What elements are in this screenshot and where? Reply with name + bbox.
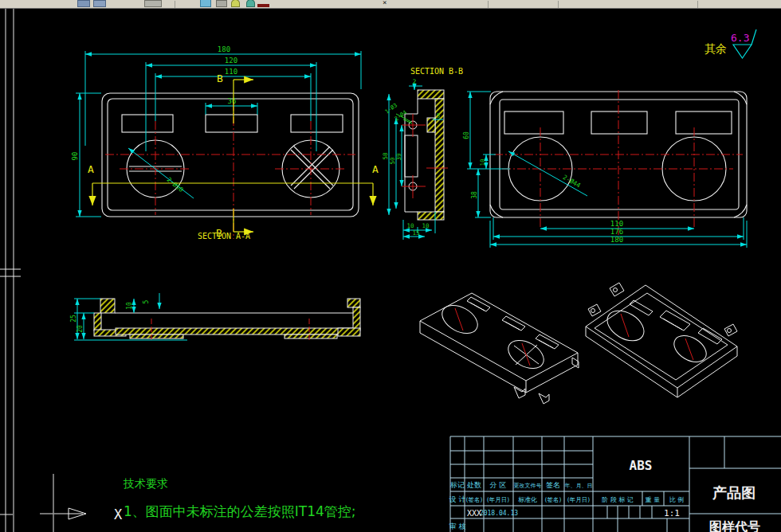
toolbar-separator	[558, 1, 559, 8]
toolbar-icon-fragment-print[interactable]	[144, 0, 162, 7]
tb-material: ABS	[630, 458, 653, 473]
toolbar-icon-fragment-tool[interactable]	[216, 0, 227, 7]
ucs-x-label: X	[114, 507, 123, 522]
dim-180: 180	[218, 45, 230, 53]
dim-120: 120	[225, 57, 237, 65]
tb-label-sign: 签名	[546, 481, 560, 489]
toolbar-icon-fragment-color-bar[interactable]	[257, 4, 269, 7]
tb-label-date-p: (年月日)	[487, 496, 509, 503]
tb-label-sign-p2: (签名)	[545, 496, 562, 503]
tb-label-sign-p: (签名)	[466, 496, 483, 503]
dim-58: 58	[382, 152, 389, 160]
dim-5-side: 5	[143, 299, 150, 303]
toolbar-icon-fragment-diamond[interactable]	[200, 0, 211, 7]
tb-product-name: 产品图	[712, 484, 755, 501]
dim-60-back: 60	[463, 131, 470, 139]
toolbar-separator	[175, 1, 175, 8]
dim-39: 39	[395, 153, 402, 160]
dim-10-side: 10	[126, 302, 133, 310]
section-bb-caption: SECTION B-B	[410, 67, 463, 76]
dim-5: 5	[437, 112, 441, 119]
toolbar-icon-fragment-sphere-teal[interactable]	[246, 0, 255, 7]
toolbar-icon-fragment-save[interactable]	[93, 0, 106, 7]
tb-label-date-p2: (年月日)	[567, 496, 590, 503]
section-marker-a-right: A	[372, 163, 379, 175]
toolbar-icon-fragment-open[interactable]	[77, 0, 90, 7]
tech-req-title: 技术要求	[123, 477, 168, 490]
dim-2: 2	[413, 78, 417, 85]
toolbar-close-icon[interactable]: ×	[383, 0, 387, 6]
tb-label-scale: 比 例	[669, 496, 685, 503]
dim-10-back: 10	[479, 158, 486, 166]
tb-label-zone: 分 区	[490, 481, 507, 489]
dim-90: 90	[71, 152, 79, 161]
dim-180-back: 180	[610, 236, 623, 244]
tb-label-stage: 阶 段 标 记	[602, 496, 634, 503]
model-space-background[interactable]	[0, 8, 781, 532]
dim-10a: 10	[406, 222, 414, 229]
roughness-prefix-label: 其余	[704, 42, 727, 55]
tb-label-change-doc: 更改文件号	[514, 482, 542, 489]
section-marker-b-top: B	[217, 72, 223, 84]
dim-15: 15	[412, 229, 419, 237]
dim-110: 110	[225, 68, 237, 76]
tb-value-designer: XXX	[467, 509, 481, 518]
tb-scale-value: 1:1	[664, 508, 680, 518]
toolbar-separator	[488, 1, 489, 8]
dim-36: 36	[228, 97, 237, 105]
dim-25-side: 25	[70, 315, 77, 323]
roughness-value: 6.3	[731, 32, 749, 44]
dim-176-back: 176	[610, 228, 623, 236]
tb-label-design: 设 计	[449, 495, 466, 503]
dim-20-side: 20	[77, 325, 84, 333]
tech-req-item-1: 1、图面中未标注的公差按照IT14管控;	[124, 503, 356, 519]
dim-38-back: 38	[471, 191, 478, 199]
tb-label-count: 处数	[466, 481, 481, 489]
tb-value-date: 2018.04.13	[480, 510, 518, 517]
tb-label-date: 年、月、日	[565, 483, 593, 489]
dim-10b: 10	[422, 222, 430, 229]
drawing-canvas[interactable]: 其余 6.3	[0, 0, 781, 532]
cad-application-window: × 其余 6.3	[0, 0, 781, 532]
tb-label-standardize: 标准化	[518, 496, 537, 503]
tb-label-audit: 审 核	[449, 522, 466, 530]
toolbar-icon-fragment-sphere-yellow[interactable]	[231, 0, 240, 7]
tb-code-label: 图样代号	[709, 519, 760, 532]
tb-label-weight: 重 量	[645, 496, 661, 503]
tb-label-mark: 标记	[449, 481, 465, 489]
dim-110-back: 110	[610, 220, 623, 228]
toolbar-separator	[697, 1, 698, 8]
toolbar: ×	[0, 0, 781, 9]
section-aa-caption: SECTION A-A	[198, 232, 250, 241]
section-marker-a-left: A	[88, 163, 94, 175]
